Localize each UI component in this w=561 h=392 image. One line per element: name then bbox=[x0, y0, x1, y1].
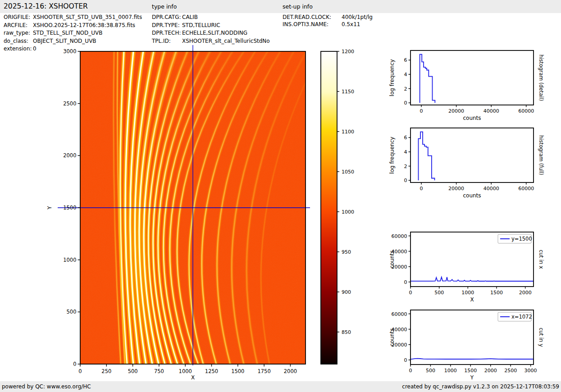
x-axis-label: Y bbox=[470, 374, 474, 381]
x-tick-label: 0 bbox=[409, 368, 412, 374]
histogram_full-background bbox=[410, 128, 534, 182]
x-tick-label: 1500 bbox=[464, 368, 477, 374]
right-side-label: histogram (detail) bbox=[538, 55, 544, 101]
x-tick-label: 2000 bbox=[284, 368, 297, 374]
colorbar-tick-label: 900 bbox=[342, 289, 351, 295]
x-tick-label: 1500 bbox=[231, 368, 244, 374]
y-axis-label: counts bbox=[389, 328, 395, 346]
qc-figure-area: 0250500750100012501500175020000500100015… bbox=[0, 0, 561, 392]
y-tick-label: 2000 bbox=[63, 152, 76, 159]
x-tick-label: 1750 bbox=[257, 368, 270, 374]
x-tick-label: 3000 bbox=[525, 368, 537, 374]
x-axis-label: X bbox=[470, 296, 474, 303]
cut_in_y-legend: x=1072 bbox=[498, 312, 532, 321]
x-tick-label: 750 bbox=[154, 368, 164, 374]
y-tick-label: 6 bbox=[404, 135, 407, 141]
legend-label: y=1500 bbox=[511, 236, 532, 242]
x-tick-label: 1000 bbox=[179, 368, 192, 374]
x-tick-label: 60000 bbox=[518, 108, 534, 114]
x-tick-label: 500 bbox=[426, 368, 435, 374]
colorbar-tick-label: 1000 bbox=[342, 209, 354, 215]
x-tick-label: 1500 bbox=[490, 290, 503, 296]
y-tick-label: 3000 bbox=[63, 48, 76, 55]
x-axis-label: X bbox=[191, 374, 195, 381]
x-tick-label: 0 bbox=[409, 290, 412, 296]
x-tick-label: 20000 bbox=[448, 186, 464, 191]
y-tick-label: 2500 bbox=[63, 100, 76, 107]
cut_in_x-legend: y=1500 bbox=[498, 234, 532, 243]
y-tick-label: 4 bbox=[404, 149, 407, 155]
y-tick-label: 1000 bbox=[63, 257, 76, 263]
x-tick-label: 1000 bbox=[444, 368, 457, 374]
colorbar-tick-label: 1150 bbox=[342, 89, 354, 95]
footer-bar: powered by QC: www.eso.org/HC created by… bbox=[0, 381, 561, 392]
y-axis-label: log frequency bbox=[389, 59, 395, 96]
x-tick-label: 40000 bbox=[483, 186, 499, 191]
colorbar-gradient bbox=[321, 51, 337, 364]
right-side-label: histogram (full) bbox=[538, 135, 544, 175]
colorbar-tick-label: 1050 bbox=[342, 169, 354, 175]
colorbar-tick-label: 950 bbox=[342, 249, 351, 255]
right-side-label: cut in x bbox=[538, 250, 544, 269]
colorbar-tick-label: 1100 bbox=[342, 129, 354, 135]
colorbar-tick-label: 850 bbox=[342, 329, 351, 335]
y-tick-label: 2 bbox=[404, 164, 407, 169]
x-tick-label: 40000 bbox=[483, 108, 499, 114]
histogram_detail-background bbox=[410, 50, 534, 105]
footer-created-by: created by qc_rawdisp.py v1.2.3 on 2025-… bbox=[402, 381, 559, 392]
legend-label: x=1072 bbox=[511, 314, 532, 320]
y-tick-label: 0 bbox=[404, 178, 407, 183]
y-tick-label: 60000 bbox=[392, 311, 407, 317]
x-tick-label: 1000 bbox=[461, 290, 474, 296]
x-tick-label: 2000 bbox=[484, 368, 497, 374]
y-axis-label: counts bbox=[389, 250, 395, 268]
x-axis-label: counts bbox=[463, 192, 481, 199]
qc-figure: 0250500750100012501500175020000500100015… bbox=[0, 0, 561, 392]
y-tick-label: 0 bbox=[404, 100, 407, 106]
x-axis-label: counts bbox=[463, 115, 481, 121]
x-tick-label: 0 bbox=[420, 186, 423, 191]
y-axis-label: log frequency bbox=[389, 137, 395, 173]
x-tick-label: 60000 bbox=[518, 186, 534, 191]
y-tick-label: 4 bbox=[404, 72, 407, 77]
y-axis-label: Y bbox=[46, 206, 53, 210]
y-tick-label: 60000 bbox=[392, 233, 407, 239]
y-tick-label: 0 bbox=[404, 279, 407, 285]
y-tick-label: 0 bbox=[404, 357, 407, 363]
y-tick-label: 2 bbox=[404, 86, 407, 92]
y-tick-label: 1500 bbox=[63, 205, 76, 211]
x-tick-label: 250 bbox=[101, 368, 111, 374]
x-tick-label: 2000 bbox=[519, 290, 532, 296]
x-tick-label: 500 bbox=[434, 290, 444, 296]
x-tick-label: 0 bbox=[420, 108, 423, 114]
y-tick-label: 6 bbox=[404, 57, 407, 63]
right-side-label: cut in y bbox=[538, 328, 544, 347]
y-tick-label: 500 bbox=[67, 309, 77, 315]
colorbar-tick-label: 1200 bbox=[342, 49, 354, 55]
x-tick-label: 0 bbox=[78, 368, 82, 374]
x-tick-label: 20000 bbox=[448, 108, 464, 114]
y-tick-label: 0 bbox=[73, 361, 76, 367]
x-tick-label: 2500 bbox=[504, 368, 517, 374]
x-tick-label: 500 bbox=[128, 368, 138, 374]
footer-powered-by: powered by QC: www.eso.org/HC bbox=[2, 381, 91, 392]
x-tick-label: 1250 bbox=[205, 368, 218, 374]
